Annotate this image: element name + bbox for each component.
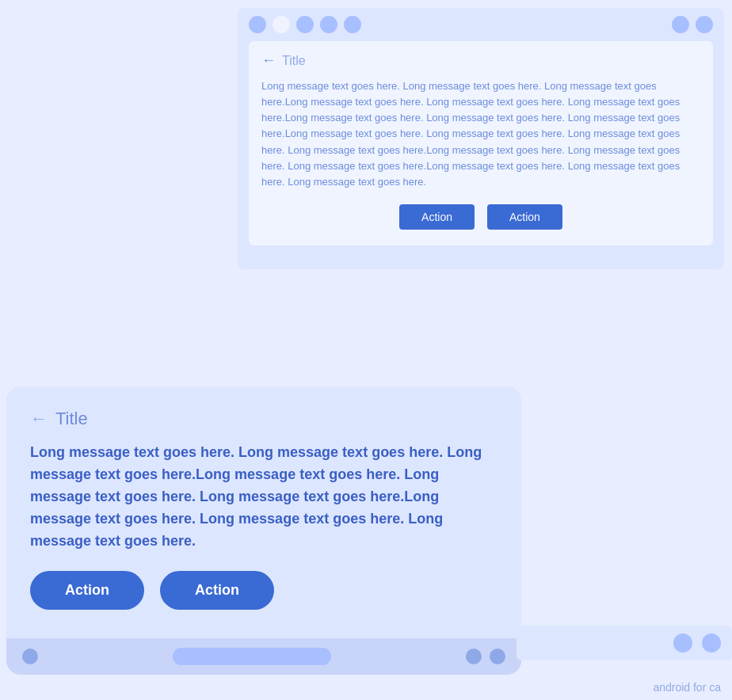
nav-pill [173,648,331,665]
right-dot-1 [673,633,692,652]
bottom-mockup: ← Title Long message text goes here. Lon… [6,386,521,675]
dot-2-active [273,16,290,33]
status-dots-right [672,16,713,33]
top-status-bar [238,8,724,41]
dot-3 [296,16,314,33]
nav-dot-right-2 [490,649,505,664]
nav-dots-right [466,649,505,664]
top-message-body: Long message text goes here. Long messag… [261,78,700,190]
top-content-area: ← Title Long message text goes here. Lon… [249,41,713,245]
watermark: android for ca [653,681,721,694]
dot-1 [249,16,266,33]
dot-right-2 [696,16,713,33]
top-mockup: ← Title Long message text goes here. Lon… [238,8,724,269]
status-dots-left [249,16,361,33]
top-title-bar: ← Title [261,52,700,69]
dot-4 [320,16,337,33]
bottom-action-button-2[interactable]: Action [160,571,274,610]
top-action-button-2[interactable]: Action [487,204,562,230]
top-title: Title [282,54,306,68]
bottom-content-area: ← Title Long message text goes here. Lon… [6,386,521,638]
top-action-button-1[interactable]: Action [399,204,475,230]
bottom-message-body: Long message text goes here. Long messag… [30,442,498,552]
bottom-nav-bar [6,638,521,675]
bottom-button-row: Action Action [30,571,498,622]
right-dot-2 [702,633,721,652]
dot-right-1 [672,16,689,33]
bottom-back-arrow-icon[interactable]: ← [30,409,48,429]
nav-dot-left [22,649,38,664]
bottom-action-button-1[interactable]: Action [30,571,144,610]
right-panel [517,626,732,660]
bottom-title: Title [55,409,88,429]
nav-dot-right-1 [466,649,482,664]
bottom-title-bar: ← Title [30,409,498,429]
back-arrow-icon[interactable]: ← [261,52,276,69]
top-button-row: Action Action [261,204,700,230]
dot-5 [344,16,361,33]
